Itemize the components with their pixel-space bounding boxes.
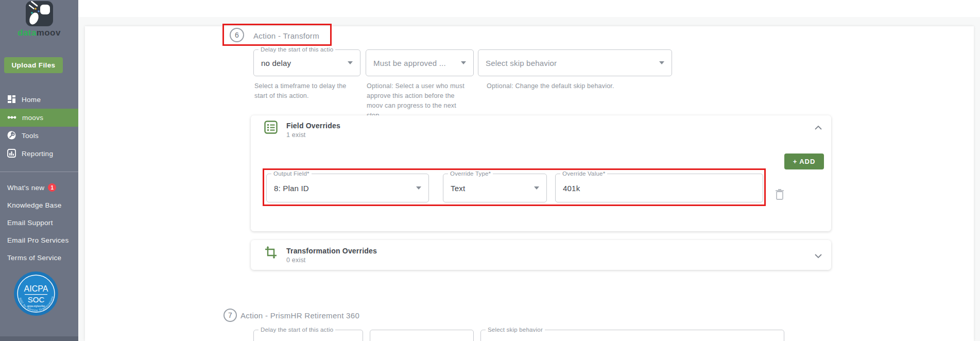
override-type-value: Text <box>451 184 530 193</box>
override-value-text: 401k <box>563 184 755 193</box>
upload-files-button[interactable]: Upload Files <box>4 57 63 73</box>
sidebar-item-label: Home <box>22 96 41 104</box>
logo-icon <box>0 1 78 29</box>
sidebar: datamoov Upload Files Home <box>0 0 78 341</box>
bar-chart-icon <box>7 149 16 159</box>
link-label: Email Pro Services <box>7 236 68 244</box>
section-7-title: Action - PrismHR Retirement 360 <box>240 311 359 320</box>
override-type-select[interactable]: Override Type* Text <box>443 174 547 202</box>
sidebar-item-label: Tools <box>22 132 39 140</box>
output-field-label: Output Field* <box>271 170 312 178</box>
override-type-label: Override Type* <box>448 170 493 178</box>
chevron-down-icon <box>461 61 466 64</box>
top-bar: TV <box>78 0 980 17</box>
transformation-overrides-title: Transformation Overrides <box>286 247 377 255</box>
step-7-number: 7 <box>223 309 237 322</box>
sidebar-link-email-pro-services[interactable]: Email Pro Services <box>0 231 78 249</box>
app-window: TV datamoov Upload Files <box>0 0 980 341</box>
delay-select-7[interactable]: Delay the start of this actio <box>253 330 363 341</box>
skip-behavior-7-label: Select skip behavior <box>486 326 545 334</box>
delay-helper-text: Select a timeframe to delay the start of… <box>254 81 356 101</box>
add-field-override-button[interactable]: + ADD <box>784 154 824 169</box>
sidebar-link-knowledge-base[interactable]: Knowledge Base <box>0 196 78 214</box>
field-overrides-title: Field Overrides <box>286 122 340 130</box>
home-icon <box>7 95 16 105</box>
field-overrides-count: 1 exist <box>286 131 306 139</box>
output-field-value: 8: Plan ID <box>274 184 412 193</box>
sidebar-footer-strip <box>0 336 78 341</box>
approver-select[interactable]: Must be approved ... <box>366 49 474 76</box>
soc-badge-line2: SOC <box>28 295 45 304</box>
brand-wordmark: datamoov <box>0 28 78 38</box>
chevron-down-icon <box>348 61 353 64</box>
delay-select[interactable]: Delay the start of this actio no delay <box>253 49 360 76</box>
skip-helper-text: Optional: Change the default skip behavi… <box>487 81 703 91</box>
wrench-icon <box>7 131 16 141</box>
trash-icon[interactable] <box>773 189 786 202</box>
sidebar-links: What's new 1 Knowledge Base Email Suppor… <box>0 179 78 266</box>
step-6-number: 6 <box>230 28 244 42</box>
transformation-overrides-count: 0 exist <box>286 257 306 264</box>
soc-badge-line1: AICPA <box>24 284 48 293</box>
skip-behavior-select-7[interactable]: Select skip behavior <box>480 330 784 341</box>
delay-select-7-label: Delay the start of this actio <box>259 326 335 334</box>
brand-name-secondary: moov <box>37 28 61 38</box>
sidebar-divider <box>0 172 78 172</box>
sidebar-link-email-support[interactable]: Email Support <box>0 214 78 231</box>
collapse-chevron-up-icon[interactable] <box>812 123 825 133</box>
delay-select-label: Delay the start of this actio <box>259 46 335 54</box>
sidebar-item-home[interactable]: Home <box>0 91 78 109</box>
expand-chevron-down-icon[interactable] <box>812 251 825 261</box>
sidebar-link-terms-of-service[interactable]: Terms of Service <box>0 249 78 266</box>
output-field-select[interactable]: Output Field* 8: Plan ID <box>266 174 429 202</box>
chevron-down-icon <box>416 186 421 190</box>
chevron-down-icon <box>659 61 664 64</box>
sidebar-item-label: moovs <box>22 114 43 122</box>
aicpa-soc-badge: SOC for Service Organizations AICPA SOC … <box>13 271 59 316</box>
soc-badge-url: aicpa.org/soc4so <box>27 305 45 308</box>
skip-behavior-select[interactable]: Select skip behavior <box>478 49 672 76</box>
approver-select-7[interactable] <box>370 330 474 341</box>
override-value-label: Override Value* <box>560 170 607 178</box>
override-value-input[interactable]: Override Value* 401k <box>555 174 763 202</box>
section-6-title: Action - Transform <box>253 31 319 40</box>
moovs-dots-icon <box>7 114 16 122</box>
whats-new-count-badge: 1 <box>48 183 56 192</box>
sidebar-item-tools[interactable]: Tools <box>0 127 78 145</box>
approver-helper-text: Optional: Select a user who must approve… <box>367 81 468 121</box>
field-overrides-list-icon <box>264 121 278 136</box>
approver-select-placeholder: Must be approved ... <box>373 59 457 67</box>
chevron-down-icon <box>534 186 539 190</box>
transformation-overrides-card <box>251 240 831 270</box>
link-label: What's new <box>7 184 44 192</box>
skip-behavior-placeholder: Select skip behavior <box>486 59 655 67</box>
sidebar-item-moovs[interactable]: moovs <box>0 109 78 127</box>
delay-select-value: no delay <box>261 59 343 67</box>
brand-name-primary: data <box>18 28 37 38</box>
transformation-overrides-transform-icon <box>264 246 278 261</box>
sidebar-link-whats-new[interactable]: What's new 1 <box>0 179 78 196</box>
sidebar-item-label: Reporting <box>22 150 53 158</box>
sidebar-item-reporting[interactable]: Reporting <box>0 145 78 163</box>
link-label: Email Support <box>7 219 53 227</box>
link-label: Terms of Service <box>7 254 61 262</box>
link-label: Knowledge Base <box>7 201 62 209</box>
sidebar-nav: Home moovs Tools <box>0 91 78 163</box>
